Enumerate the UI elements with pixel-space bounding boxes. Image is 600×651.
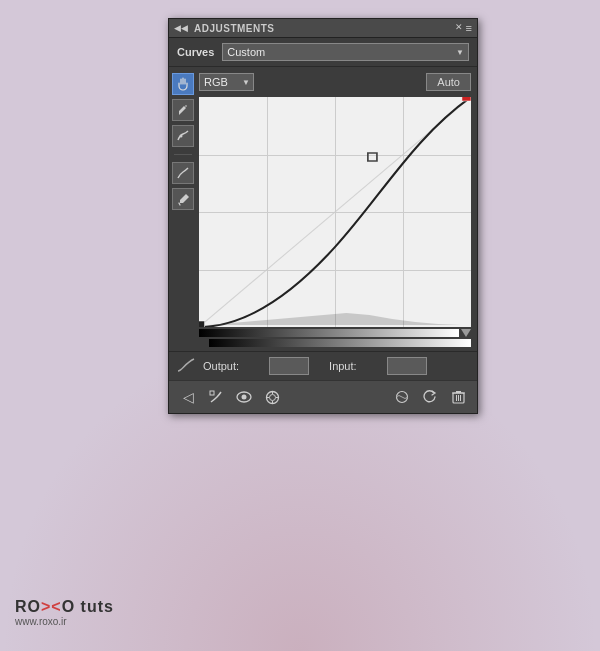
title-bar: ◀◀ ADJUSTMENTS ✕ ≡ [169,19,477,38]
title-bar-icons: ✕ ≡ [455,22,472,34]
preset-select[interactable]: Custom Default Strong Contrast Linear Me… [222,43,469,61]
panel-title: ADJUSTMENTS [194,23,275,34]
output-input-row: Output: Input: [169,351,477,380]
svg-rect-5 [210,391,214,395]
svg-point-7 [242,395,247,400]
chart-area: RGB Red Green Blue Auto [197,67,477,351]
adjustments-panel: ◀◀ ADJUSTMENTS ✕ ≡ Curves Custom Default… [168,18,478,414]
curve-tool-button[interactable] [172,162,194,184]
rgb-row: RGB Red Green Blue Auto [199,73,471,91]
mask-button[interactable] [391,386,413,408]
input-field[interactable] [387,357,427,375]
channel-select-wrapper: RGB Red Green Blue [199,73,254,91]
close-icon[interactable]: ✕ [455,22,463,34]
logo-ro: RO [15,598,41,615]
gradient-bars [199,329,471,337]
refresh-button[interactable] [419,386,441,408]
curves-header: Curves Custom Default Strong Contrast Li… [169,38,477,67]
collapse-icon[interactable]: ◀◀ [174,23,188,33]
auto-button[interactable]: Auto [426,73,471,91]
gradient-bar-left [199,339,471,347]
triangle-icon [461,329,471,337]
pencil-tool-1-button[interactable] [172,99,194,121]
left-toolbar [169,67,197,351]
back-button[interactable]: ◁ [177,386,199,408]
svg-rect-3 [368,153,377,161]
histogram [209,307,461,325]
forward-button[interactable] [205,386,227,408]
title-bar-left: ◀◀ ADJUSTMENTS [174,23,275,34]
hand-tool-button[interactable] [172,73,194,95]
output-input[interactable] [269,357,309,375]
svg-point-9 [269,394,275,400]
toolbar-separator-1 [174,154,192,155]
curves-graph[interactable] [199,97,471,327]
watermark-url: www.roxo.ir [15,616,114,627]
menu-icon[interactable]: ≡ [466,22,472,34]
svg-rect-4 [462,97,471,101]
main-content: RGB Red Green Blue Auto [169,67,477,351]
channel-select[interactable]: RGB Red Green Blue [199,73,254,91]
bottom-toolbar: ◁ [169,380,477,413]
output-label: Output: [203,360,239,372]
logo-highlight: >< [41,598,62,615]
curve-mini-icon [177,358,195,375]
pencil-tool-2-button[interactable] [172,125,194,147]
watermark: RO><O tuts www.roxo.ir [15,598,114,627]
preset-select-wrapper: Custom Default Strong Contrast Linear Me… [222,43,469,61]
watermark-logo: RO><O tuts [15,598,114,616]
eyedropper-button[interactable] [172,188,194,210]
svg-point-0 [179,134,182,137]
gradient-bar-right [209,339,471,347]
trash-button[interactable] [447,386,469,408]
input-label: Input: [329,360,357,372]
gradient-bar-bottom [199,329,459,337]
curves-label: Curves [177,46,214,58]
logo-o: O tuts [62,598,114,615]
curves-svg [199,97,471,327]
eye-button[interactable] [233,386,255,408]
svg-rect-2 [199,321,205,327]
target-button[interactable] [261,386,283,408]
